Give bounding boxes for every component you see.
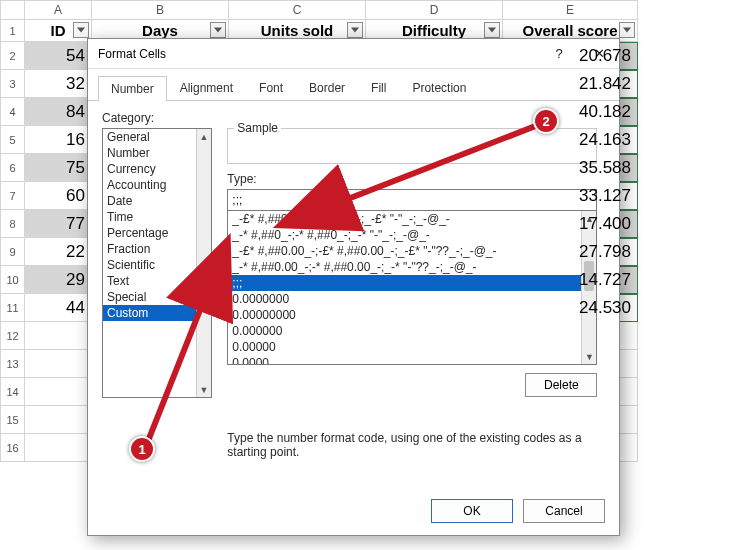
- cell[interactable]: 54: [25, 42, 92, 70]
- header-cell-id[interactable]: ID: [25, 20, 92, 42]
- cell[interactable]: [25, 322, 92, 350]
- row-number[interactable]: 14: [0, 378, 25, 406]
- type-listbox[interactable]: _-£* #,##0_-;-£* #,##0_-;_-£* "-"_-;_-@_…: [227, 211, 597, 365]
- cell-value: 20.678: [579, 46, 631, 66]
- category-item[interactable]: Number: [103, 145, 211, 161]
- type-item[interactable]: ;;;: [228, 275, 596, 291]
- filter-button[interactable]: [210, 22, 226, 38]
- row-number[interactable]: 4: [0, 98, 25, 126]
- dialog-titlebar[interactable]: Format Cells ? ✕: [88, 39, 619, 69]
- row-number[interactable]: 15: [0, 406, 25, 434]
- cell[interactable]: 75: [25, 154, 92, 182]
- row-number[interactable]: 11: [0, 294, 25, 322]
- category-item[interactable]: Accounting: [103, 177, 211, 193]
- type-input[interactable]: [227, 189, 597, 211]
- dialog-title: Format Cells: [98, 47, 166, 61]
- cell[interactable]: [25, 378, 92, 406]
- type-item[interactable]: _-£* #,##0.00_-;-£* #,##0.00_-;_-£* "-"?…: [228, 243, 596, 259]
- col-header-B[interactable]: B: [92, 0, 229, 20]
- tab-protection[interactable]: Protection: [399, 75, 479, 100]
- cell-value: 33.127: [579, 186, 631, 206]
- col-header-D[interactable]: D: [366, 0, 503, 20]
- type-item[interactable]: 0.0000: [228, 355, 596, 365]
- header-label: Days: [142, 22, 178, 39]
- cell[interactable]: 16: [25, 126, 92, 154]
- type-item[interactable]: 0.0000000: [228, 291, 596, 307]
- cell[interactable]: 77: [25, 210, 92, 238]
- cell[interactable]: 29: [25, 266, 92, 294]
- category-listbox[interactable]: GeneralNumberCurrencyAccountingDateTimeP…: [102, 128, 212, 398]
- category-item[interactable]: Time: [103, 209, 211, 225]
- cell[interactable]: 22: [25, 238, 92, 266]
- header-label: Overall score: [522, 22, 617, 39]
- row-number[interactable]: 12: [0, 322, 25, 350]
- type-item[interactable]: _-* #,##0_-;-* #,##0_-;_-* "-"_-;_-@_-: [228, 227, 596, 243]
- scroll-down-icon[interactable]: ▼: [197, 382, 211, 397]
- hint-text: Type the number format code, using one o…: [227, 397, 597, 459]
- category-item[interactable]: Text: [103, 273, 211, 289]
- row-number[interactable]: 10: [0, 266, 25, 294]
- row-number[interactable]: 3: [0, 70, 25, 98]
- category-item[interactable]: Special: [103, 289, 211, 305]
- help-button[interactable]: ?: [539, 39, 579, 69]
- select-all-corner[interactable]: [0, 0, 25, 20]
- filter-button[interactable]: [73, 22, 89, 38]
- cell-value: 21.842: [579, 74, 631, 94]
- col-header-E[interactable]: E: [503, 0, 638, 20]
- sample-group: Sample: [227, 128, 597, 164]
- type-item[interactable]: _-£* #,##0_-;-£* #,##0_-;_-£* "-"_-;_-@_…: [228, 211, 596, 227]
- row-number[interactable]: 2: [0, 42, 25, 70]
- row-number[interactable]: 1: [0, 20, 25, 42]
- cell[interactable]: 60: [25, 182, 92, 210]
- tab-font[interactable]: Font: [246, 75, 296, 100]
- type-item[interactable]: _-* #,##0.00_-;-* #,##0.00_-;_-* "-"??_-…: [228, 259, 596, 275]
- cell[interactable]: 32: [25, 70, 92, 98]
- cell-value: 40.182: [579, 102, 631, 122]
- category-item[interactable]: Fraction: [103, 241, 211, 257]
- cell[interactable]: [25, 406, 92, 434]
- delete-button[interactable]: Delete: [525, 373, 597, 397]
- category-item[interactable]: Currency: [103, 161, 211, 177]
- tab-border[interactable]: Border: [296, 75, 358, 100]
- ok-button[interactable]: OK: [431, 499, 513, 523]
- filter-button[interactable]: [484, 22, 500, 38]
- scrollbar[interactable]: ▲▼: [196, 129, 211, 397]
- cell-value: 14.727: [579, 270, 631, 290]
- header-label: Difficulty: [402, 22, 466, 39]
- cell-value: 17.400: [579, 214, 631, 234]
- tab-alignment[interactable]: Alignment: [167, 75, 246, 100]
- scroll-down-icon[interactable]: ▼: [582, 349, 596, 364]
- cell[interactable]: [25, 350, 92, 378]
- cell-value: 24.163: [579, 130, 631, 150]
- cell-value: 35.588: [579, 158, 631, 178]
- type-item[interactable]: 0.00000000: [228, 307, 596, 323]
- cancel-button[interactable]: Cancel: [523, 499, 605, 523]
- tab-number[interactable]: Number: [98, 76, 167, 101]
- scroll-up-icon[interactable]: ▲: [197, 129, 211, 144]
- tab-fill[interactable]: Fill: [358, 75, 399, 100]
- cell[interactable]: 44: [25, 294, 92, 322]
- category-item[interactable]: Custom: [103, 305, 211, 321]
- category-item[interactable]: Percentage: [103, 225, 211, 241]
- row-number[interactable]: 6: [0, 154, 25, 182]
- row-number[interactable]: 5: [0, 126, 25, 154]
- cell[interactable]: 84: [25, 98, 92, 126]
- filter-button[interactable]: [347, 22, 363, 38]
- row-number[interactable]: 13: [0, 350, 25, 378]
- header-label: ID: [51, 22, 66, 39]
- category-item[interactable]: Date: [103, 193, 211, 209]
- row-number[interactable]: 8: [0, 210, 25, 238]
- category-item[interactable]: Scientific: [103, 257, 211, 273]
- category-item[interactable]: General: [103, 129, 211, 145]
- col-header-A[interactable]: A: [25, 0, 92, 20]
- type-label: Type:: [227, 172, 597, 186]
- type-item[interactable]: 0.00000: [228, 339, 596, 355]
- row-number[interactable]: 7: [0, 182, 25, 210]
- type-item[interactable]: 0.000000: [228, 323, 596, 339]
- row-number[interactable]: 16: [0, 434, 25, 462]
- filter-button[interactable]: [619, 22, 635, 38]
- row-number[interactable]: 9: [0, 238, 25, 266]
- cell[interactable]: [25, 434, 92, 462]
- col-header-C[interactable]: C: [229, 0, 366, 20]
- cell-value: 27.798: [579, 242, 631, 262]
